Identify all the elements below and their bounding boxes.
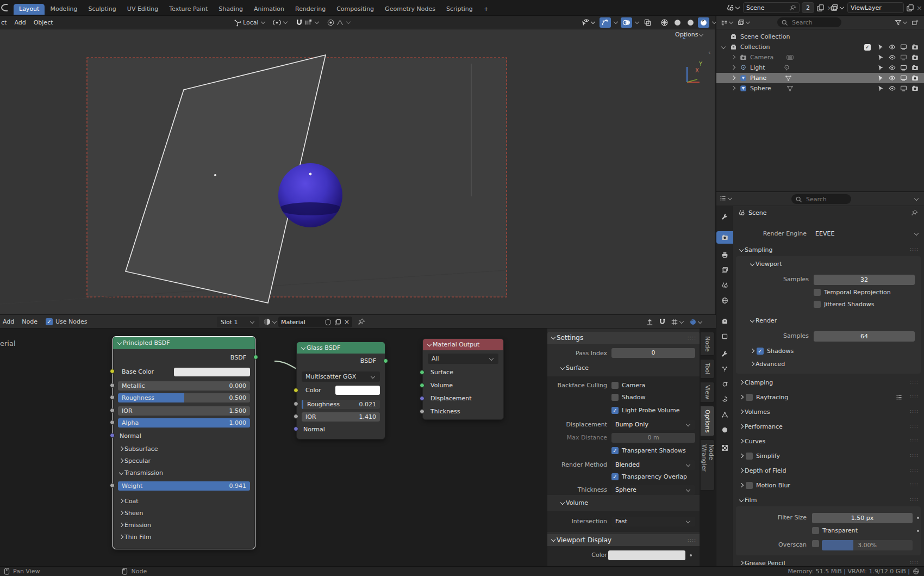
socket-roughness[interactable] <box>110 395 115 400</box>
tab-sculpting[interactable]: Sculpting <box>83 4 121 15</box>
outliner-row-light[interactable]: Light <box>716 63 924 73</box>
shading-wireframe-button[interactable] <box>659 17 670 28</box>
hide-eye-icon[interactable] <box>889 85 896 92</box>
hide-eye-icon[interactable] <box>889 54 896 61</box>
tab-modeling[interactable]: Modeling <box>45 4 83 15</box>
tab-scripting[interactable]: Scripting <box>441 4 478 15</box>
slot-dropdown[interactable]: Slot 1 <box>217 317 259 327</box>
socket-weight[interactable] <box>110 483 115 488</box>
viewport-display-header[interactable]: Viewport Display :::: <box>547 534 700 546</box>
viewlayer-icon[interactable] <box>831 4 845 12</box>
render-engine-value[interactable]: EEVEE <box>815 230 834 237</box>
shading-material-button[interactable] <box>685 17 696 28</box>
filter-size-field[interactable]: 1.50 px <box>812 513 913 523</box>
section-subsurface[interactable]: Subsurface <box>118 445 158 453</box>
hide-eye-icon[interactable] <box>889 75 896 82</box>
tab-particles[interactable] <box>719 363 731 375</box>
outliner-search[interactable] <box>777 17 841 27</box>
transparent-decorator[interactable] <box>917 530 919 532</box>
section-transmission[interactable]: Transmission <box>118 469 163 476</box>
duplicate-material-icon[interactable] <box>334 319 341 326</box>
viewport-disable-icon[interactable] <box>900 44 907 51</box>
sidebar-tab-node[interactable]: Node <box>701 332 715 356</box>
tab-render[interactable] <box>716 231 733 244</box>
sidebar-tab-node-wrangler[interactable]: Node Wrangler <box>701 439 715 491</box>
use-nodes-checkbox[interactable]: Use Nodes <box>46 318 88 325</box>
thickness-dropdown[interactable]: Sphere <box>611 485 695 495</box>
render-samples-field[interactable]: 64 <box>814 331 915 342</box>
panel-film-header[interactable]: Film <box>738 497 757 504</box>
light-probe-volume-checkbox[interactable]: Light Probe Volume <box>611 407 680 414</box>
tab-texture-paint[interactable]: Texture Paint <box>164 4 213 15</box>
backface-shadow-checkbox[interactable]: Shadow <box>611 394 645 401</box>
blender-logo-fragment[interactable] <box>1 4 8 13</box>
output-target-dropdown[interactable]: All <box>428 354 498 364</box>
socket-glass-normal[interactable] <box>294 426 298 431</box>
add-workspace-button[interactable]: + <box>478 4 494 15</box>
glass-distribution-dropdown[interactable]: Multiscatter GGX <box>302 371 380 382</box>
backface-camera-checkbox[interactable]: Camera <box>611 382 645 389</box>
render-engine-chevron[interactable] <box>914 231 919 236</box>
pin-icon[interactable] <box>789 4 796 11</box>
viewport-color-swatch[interactable] <box>608 550 685 560</box>
socket-glass-ior[interactable] <box>294 414 298 419</box>
transparency-overlap-checkbox[interactable]: Transparency Overlap <box>611 473 687 480</box>
socket-glass-roughness[interactable] <box>294 401 298 406</box>
roughness-slider[interactable]: Roughness0.500 <box>118 393 250 402</box>
tab-geometry-nodes[interactable]: Geometry Nodes <box>379 4 441 15</box>
tab-uv-editing[interactable]: UV Editing <box>122 4 164 15</box>
overscan-slider[interactable]: 3.00% <box>822 540 913 550</box>
hide-eye-icon[interactable] <box>889 64 896 71</box>
glass-color-swatch[interactable] <box>335 386 380 395</box>
render-disable-icon[interactable] <box>911 44 919 51</box>
viewport-disable-icon[interactable] <box>900 75 907 82</box>
properties-options-chevron[interactable] <box>914 196 919 201</box>
unlink-material-icon[interactable]: × <box>344 318 349 326</box>
snap-target-icon[interactable] <box>304 18 313 27</box>
selectable-icon[interactable] <box>877 75 884 82</box>
metallic-slider[interactable]: Metallic0.000 <box>118 381 250 391</box>
viewport-disable-icon[interactable] <box>900 64 907 71</box>
socket-base-color[interactable] <box>110 369 115 374</box>
duplicate-viewlayer-icon[interactable] <box>906 4 914 12</box>
principled-header[interactable]: Principled BSDF <box>113 337 255 349</box>
color-decorator-dot[interactable] <box>690 554 692 556</box>
sidebar-collapse-arrow[interactable]: ‹ <box>708 49 710 56</box>
viewport-samples-field[interactable]: 32 <box>814 275 915 285</box>
tab-object[interactable] <box>719 330 731 343</box>
render-disable-icon[interactable] <box>911 64 919 71</box>
collection-checkbox[interactable] <box>864 44 871 51</box>
outliner-row-collection[interactable]: Collection <box>716 42 924 52</box>
tab-rendering[interactable]: Rendering <box>290 4 331 15</box>
base-color-swatch[interactable] <box>174 368 250 376</box>
tab-collection[interactable] <box>719 315 731 327</box>
jittered-shadows-checkbox[interactable]: Jittered Shadows <box>814 301 874 308</box>
tab-shading[interactable]: Shading <box>213 4 248 15</box>
sidebar-tab-tool[interactable]: Tool <box>701 359 715 379</box>
transform-orientation-icon[interactable] <box>234 18 242 27</box>
viewport-3d[interactable]: z Y X Options ‹ <box>0 29 715 314</box>
overscan-checkbox[interactable] <box>812 540 819 547</box>
duplicate-scene-icon[interactable] <box>816 4 825 12</box>
render-disable-icon[interactable] <box>911 54 919 61</box>
sidebar-tab-options[interactable]: Options <box>701 406 715 436</box>
section-thin-film[interactable]: Thin Film <box>118 534 152 541</box>
outliner-search-input[interactable] <box>791 18 838 27</box>
transparent-shadows-checkbox[interactable]: Transparent Shadows <box>611 447 686 454</box>
viewport-disable-icon[interactable] <box>900 54 907 61</box>
scene-users-count[interactable]: 2 <box>802 2 814 13</box>
add-menu[interactable]: Add <box>10 18 29 27</box>
close-viewlayer-icon[interactable]: × <box>916 4 922 12</box>
raytracing-presets-icon[interactable] <box>896 394 903 401</box>
displacement-dropdown[interactable]: Bump Only <box>611 420 695 430</box>
panel-raytracing[interactable]: Raytracing <box>738 394 788 401</box>
outliner-filter-icon[interactable] <box>895 19 908 26</box>
shader-editor-canvas[interactable]: erial Principled BSDF BSDF Base Color Me… <box>0 329 547 566</box>
panel-depth-of-field[interactable]: Depth of Field <box>738 467 786 474</box>
selectable-icon[interactable] <box>877 85 884 92</box>
socket-normal[interactable] <box>110 433 115 438</box>
selectable-icon[interactable] <box>877 44 884 51</box>
material-name-field[interactable]: Material × <box>278 317 352 327</box>
material-output-header[interactable]: Material Output <box>423 339 503 350</box>
proportional-editing-icon[interactable] <box>327 18 335 27</box>
